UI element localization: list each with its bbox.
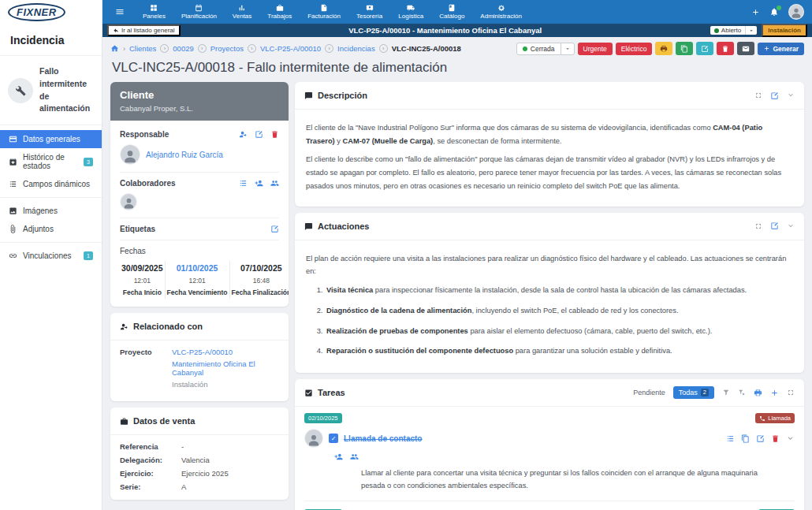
breadcrumb-proyectos[interactable]: Proyectos bbox=[210, 44, 244, 53]
archive-icon bbox=[9, 158, 17, 166]
filter-todas[interactable]: Todas 2 bbox=[673, 386, 714, 399]
sidebar-item-label: Campos dinámicos bbox=[23, 180, 93, 188]
task-team-icon[interactable] bbox=[350, 452, 359, 461]
sidebar-item-datos-generales[interactable]: Datos generales bbox=[0, 130, 102, 148]
breadcrumb-proyecto-code[interactable]: VLC-P25-A/00010 bbox=[260, 44, 321, 53]
nav-ventas[interactable]: Ventas bbox=[225, 2, 259, 21]
main-nav: Paneles Planificación Ventas Trabajos Fa… bbox=[136, 2, 529, 21]
proyecto-name-link[interactable]: Mantenimiento Oficina El Cabanyal bbox=[172, 359, 279, 377]
sidebar-item-label: Histórico de estados bbox=[23, 153, 78, 170]
sidebar-incident-summary[interactable]: Fallo intermitente de alimentación bbox=[0, 56, 102, 125]
top-navbar: Paneles Planificación Ventas Trabajos Fa… bbox=[102, 0, 812, 24]
etiquetas-label: Etiquetas bbox=[120, 225, 270, 233]
sidebar-item-historico-estados[interactable]: Histórico de estados 3 bbox=[0, 148, 102, 175]
task-checklist-icon[interactable] bbox=[726, 434, 735, 443]
task-checkbox[interactable]: ✓ bbox=[329, 434, 338, 443]
edit-button[interactable] bbox=[696, 42, 713, 55]
breadcrumb-incidencias[interactable]: Incidencias bbox=[337, 44, 375, 53]
venta-label: Ejercicio: bbox=[120, 469, 181, 478]
task-copy-icon[interactable] bbox=[741, 434, 750, 443]
add-task-icon[interactable] bbox=[770, 389, 779, 397]
project-type-button[interactable]: Instalación bbox=[762, 24, 807, 37]
menu-toggle-icon[interactable] bbox=[115, 7, 125, 17]
nav-administracion[interactable]: Administración bbox=[473, 2, 528, 21]
nav-trabajos[interactable]: Trabajos bbox=[260, 2, 299, 21]
nav-logistica[interactable]: Logística bbox=[391, 2, 430, 21]
responsable-name-link[interactable]: Alejandro Ruiz García bbox=[146, 151, 223, 159]
delete-button[interactable] bbox=[717, 42, 734, 55]
colaborador-avatar[interactable] bbox=[120, 193, 137, 210]
generate-label: Generar bbox=[773, 45, 799, 53]
quick-add-icon[interactable] bbox=[751, 8, 760, 17]
edit-actuaciones-icon[interactable] bbox=[770, 221, 779, 230]
filter-icon[interactable] bbox=[722, 389, 730, 396]
descripcion-title: Descripción bbox=[318, 91, 750, 100]
responsable-label: Responsable bbox=[120, 130, 239, 139]
expand-icon[interactable] bbox=[787, 389, 795, 396]
sidebar-item-campos-dinamicos[interactable]: Campos dinámicos bbox=[0, 175, 102, 193]
edit-descripcion-icon[interactable] bbox=[770, 91, 779, 100]
task-delete-icon[interactable] bbox=[771, 434, 780, 443]
image-icon bbox=[9, 207, 17, 215]
breadcrumb-cliente-code[interactable]: 00029 bbox=[173, 44, 193, 53]
collapse-chevron-icon[interactable] bbox=[787, 222, 795, 230]
task-assignee-avatar[interactable] bbox=[304, 429, 323, 448]
back-to-list-button[interactable]: Ir al listado general bbox=[107, 24, 181, 36]
edit-etiquetas-icon[interactable] bbox=[270, 225, 279, 233]
notifications-bell-icon[interactable] bbox=[769, 7, 779, 17]
incident-status-dropdown[interactable]: Cerrada bbox=[516, 43, 575, 55]
task-edit-icon[interactable] bbox=[756, 434, 765, 443]
nav-tesoreria[interactable]: Tesorería bbox=[349, 2, 389, 21]
add-team-icon[interactable] bbox=[270, 179, 279, 188]
nav-planificacion[interactable]: Planificación bbox=[174, 2, 224, 21]
colaboradores-label: Colaboradores bbox=[120, 179, 239, 188]
plus-icon bbox=[763, 45, 770, 52]
fixner-logo[interactable]: FIXNER bbox=[8, 3, 65, 21]
proyecto-row-label: Proyecto bbox=[120, 348, 172, 392]
nav-catalogo[interactable]: Catálogo bbox=[432, 2, 471, 21]
user-avatar[interactable] bbox=[788, 4, 804, 20]
project-status-dropdown[interactable]: Abierto bbox=[710, 26, 757, 35]
responsable-avatar[interactable] bbox=[120, 144, 140, 165]
delete-responsable-icon[interactable] bbox=[270, 130, 279, 139]
trash-icon bbox=[721, 45, 729, 53]
gear-icon bbox=[497, 4, 505, 12]
task-title-link[interactable]: Llamada de contacto bbox=[344, 434, 721, 443]
email-button[interactable] bbox=[737, 42, 754, 55]
add-colaborador-icon[interactable] bbox=[255, 179, 263, 188]
generate-button[interactable]: Generar bbox=[758, 43, 804, 55]
task-add-user-icon[interactable] bbox=[334, 452, 343, 461]
incident-actions: Cerrada Urgente Eléctrico Generar bbox=[516, 42, 804, 55]
print-tasks-icon[interactable] bbox=[754, 389, 762, 397]
expand-icon[interactable] bbox=[754, 222, 762, 230]
collapse-chevron-icon[interactable] bbox=[787, 91, 795, 99]
colaboradores-list-icon[interactable] bbox=[239, 179, 248, 188]
electrico-tag-button[interactable]: Eléctrico bbox=[616, 43, 653, 55]
urgente-tag-button[interactable]: Urgente bbox=[578, 43, 613, 55]
task-collapse-icon[interactable] bbox=[786, 434, 795, 443]
edit-responsable-icon[interactable] bbox=[255, 130, 263, 139]
sidebar-item-vinculaciones[interactable]: Vinculaciones 1 bbox=[0, 247, 102, 265]
venta-label: Serie: bbox=[120, 482, 181, 491]
sidebar-item-adjuntos[interactable]: Adjuntos bbox=[0, 220, 102, 238]
proyecto-code-link[interactable]: VLC-P25-A/00010 bbox=[172, 348, 279, 356]
reassign-responsable-icon[interactable] bbox=[239, 130, 248, 139]
breadcrumb-clientes[interactable]: Clientes bbox=[129, 44, 156, 53]
cliente-card-header: Cliente Cabanyal Proper, S.L. bbox=[110, 82, 289, 121]
nav-paneles[interactable]: Paneles bbox=[136, 2, 173, 21]
vinculaciones-count-badge: 1 bbox=[84, 251, 93, 260]
tareas-title: Tareas bbox=[318, 388, 628, 397]
duplicate-button[interactable] bbox=[676, 42, 693, 55]
actuaciones-intro: El plan de acción requiere una visita a … bbox=[306, 252, 793, 278]
expand-icon[interactable] bbox=[754, 91, 762, 99]
cliente-card: Cliente Cabanyal Proper, S.L. Responsabl… bbox=[110, 82, 289, 307]
breadcrumb-separator-icon: › bbox=[160, 44, 169, 53]
home-icon[interactable] bbox=[110, 44, 119, 53]
sidebar-item-imagenes[interactable]: Imágenes bbox=[0, 202, 102, 220]
print-button[interactable] bbox=[655, 42, 672, 55]
filter-pendiente[interactable]: Pendiente bbox=[633, 389, 665, 396]
cliente-name[interactable]: Cabanyal Proper, S.L. bbox=[120, 104, 279, 113]
clear-filter-icon[interactable] bbox=[738, 389, 746, 396]
nav-facturacion[interactable]: Facturación bbox=[300, 2, 348, 21]
right-column: Descripción El cliente de la "Nave Indus… bbox=[295, 82, 804, 510]
